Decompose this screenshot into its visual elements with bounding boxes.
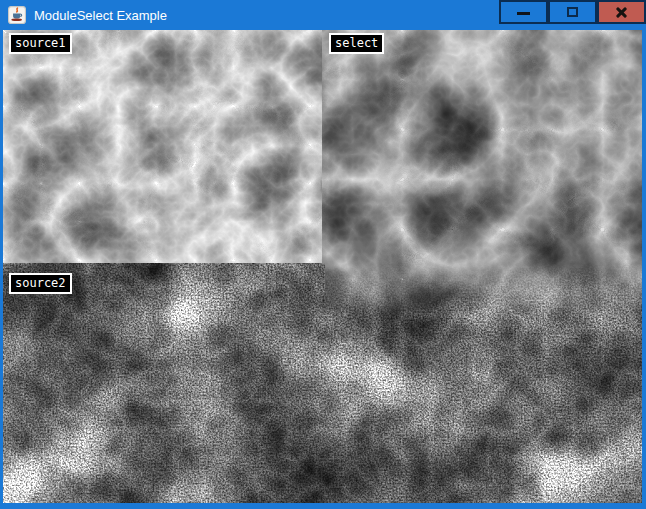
label-select: select	[329, 33, 384, 54]
minimize-button[interactable]	[499, 0, 548, 24]
source2-texture	[3, 263, 642, 503]
render-viewport: source1 select source2	[3, 30, 642, 503]
window-controls	[499, 0, 646, 24]
close-button[interactable]	[597, 0, 646, 24]
close-icon	[615, 6, 628, 19]
titlebar[interactable]: ModuleSelect Example	[3, 0, 642, 30]
maximize-icon	[567, 7, 578, 17]
minimize-icon	[517, 12, 530, 15]
label-source1: source1	[9, 33, 72, 54]
java-coffee-icon[interactable]	[8, 6, 26, 24]
app-window: ModuleSelect Example	[0, 0, 646, 509]
maximize-button[interactable]	[548, 0, 597, 24]
window-title: ModuleSelect Example	[34, 8, 167, 23]
label-source2: source2	[9, 273, 72, 294]
noise-canvas	[3, 30, 642, 503]
source1-texture	[3, 30, 322, 263]
